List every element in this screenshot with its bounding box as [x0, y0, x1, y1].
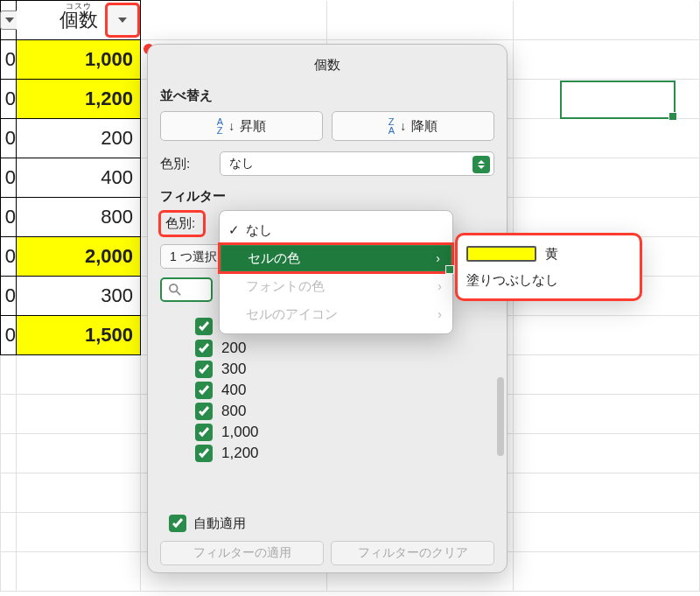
submenu-item-nofill[interactable]: 塗りつぶしなし	[466, 267, 631, 293]
arrow-down-icon: ↓	[228, 119, 234, 133]
selection-rectangle	[560, 81, 676, 119]
column-header-kosu[interactable]: コスウ 個数	[17, 1, 141, 40]
filter-item[interactable]: 300	[195, 361, 494, 378]
menu-item-cell-color[interactable]: セルの色 ›	[220, 244, 452, 272]
chevron-right-icon: ›	[438, 279, 442, 293]
choose-one-label: 1 つ選択	[170, 249, 217, 263]
popover-title: 個数	[160, 53, 494, 82]
auto-apply-row[interactable]: 自動適用	[169, 515, 494, 532]
filter-item[interactable]: 1,000	[195, 424, 494, 441]
sort-color-value: なし	[229, 156, 254, 172]
sort-color-label: 色別:	[160, 156, 204, 172]
filter-item[interactable]: 800	[195, 403, 494, 420]
header-prev-col	[1, 1, 17, 40]
cell-value[interactable]: 1,500	[17, 316, 141, 355]
svg-point-0	[170, 284, 178, 292]
filter-item[interactable]: 1,200	[195, 445, 494, 462]
menu-item-none[interactable]: ✓ なし	[220, 216, 452, 244]
cell-value[interactable]: 1,000	[17, 40, 141, 80]
cell-color-submenu: 黄 塗りつぶしなし	[457, 235, 640, 299]
sort-asc-button[interactable]: AZ ↓ 昇順	[160, 111, 323, 141]
sort-asc-icon: AZ	[217, 117, 223, 135]
cell-value[interactable]: 2,000	[17, 237, 141, 277]
menu-item-font-color: フォントの色 ›	[220, 272, 452, 300]
chevron-right-icon: ›	[438, 307, 442, 321]
sort-section-label: 並べ替え	[160, 88, 494, 104]
checkbox-checked-icon	[169, 515, 186, 532]
arrow-down-icon: ↓	[400, 119, 406, 133]
filter-checklist[interactable]: (すべて選択) 200 300 400 800 1,000 1,200	[195, 312, 494, 509]
apply-filter-button[interactable]: フィルターの適用	[160, 541, 324, 565]
cell-value[interactable]: 200	[17, 119, 141, 158]
auto-apply-label: 自動適用	[193, 515, 246, 532]
search-icon	[169, 284, 181, 296]
cell-value[interactable]: 1,200	[17, 80, 141, 119]
svg-line-1	[177, 291, 180, 295]
cell-value[interactable]: 300	[17, 277, 141, 316]
sort-asc-label: 昇順	[240, 118, 266, 135]
filter-search-input[interactable]	[160, 277, 213, 302]
checklist-scrollbar[interactable]	[497, 377, 504, 456]
clear-filter-button[interactable]: フィルターのクリア	[331, 541, 494, 565]
submenu-item-yellow[interactable]: 黄	[466, 241, 631, 267]
cell-value[interactable]: 400	[17, 158, 141, 198]
color-context-menu: ✓ なし セルの色 › フォントの色 › セルのアイコン ›	[219, 210, 453, 334]
filter-item[interactable]: 400	[195, 382, 494, 399]
menu-item-cell-icon: セルのアイコン ›	[220, 300, 452, 328]
sort-desc-button[interactable]: ZA ↓ 降順	[332, 111, 494, 141]
sort-desc-icon: ZA	[388, 117, 395, 135]
checkmark-icon: ✓	[228, 222, 240, 238]
checkbox-checked-icon	[195, 318, 213, 335]
chevron-right-icon: ›	[436, 251, 440, 265]
filter-item[interactable]: 200	[195, 340, 494, 357]
cell-value[interactable]: 800	[17, 198, 141, 237]
sort-desc-label: 降順	[411, 118, 438, 135]
color-swatch-yellow	[466, 246, 536, 262]
filter-section-label: フィルター	[160, 188, 494, 205]
sort-color-select[interactable]: なし	[220, 151, 494, 176]
filter-dropdown-button[interactable]	[107, 4, 138, 36]
filter-color-label: 色別:	[160, 212, 204, 235]
